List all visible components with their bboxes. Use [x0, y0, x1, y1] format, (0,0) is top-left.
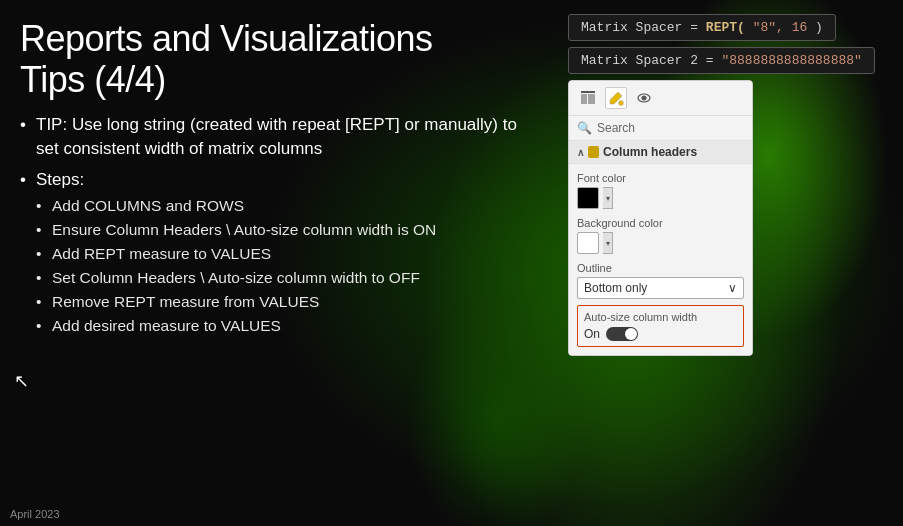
step-5: Remove REPT measure from VALUES [36, 292, 536, 313]
font-color-label: Font color [577, 172, 744, 184]
paint-icon[interactable] [605, 87, 627, 109]
svg-point-5 [642, 96, 646, 100]
formula1-func: REPT( [706, 20, 745, 35]
bullet-tip: TIP: Use long string (created with repea… [20, 113, 536, 161]
bg-color-dropdown[interactable]: ▾ [603, 232, 613, 254]
search-icon: 🔍 [577, 121, 592, 135]
font-color-dropdown[interactable]: ▾ [603, 187, 613, 209]
step-3: Add REPT measure to VALUES [36, 244, 536, 265]
step-6: Add desired measure to VALUES [36, 316, 536, 337]
pbi-panel-body: Font color ▾ Background color ▾ Outline … [569, 164, 752, 355]
bullet-tip-text: TIP: Use long string (created with repea… [36, 115, 517, 158]
bullet-steps: Steps: Add COLUMNS and ROWS Ensure Colum… [20, 168, 536, 336]
step-1: Add COLUMNS and ROWS [36, 196, 536, 217]
steps-label: Steps: [36, 170, 84, 189]
outline-chevron-icon: ∨ [728, 281, 737, 295]
main-title: Reports and Visualizations Tips (4/4) [20, 18, 536, 101]
outline-dropdown[interactable]: Bottom only ∨ [577, 277, 744, 299]
chevron-icon: ∧ [577, 147, 584, 158]
step-4: Set Column Headers \ Auto-size column wi… [36, 268, 536, 289]
main-bullets: TIP: Use long string (created with repea… [20, 113, 536, 337]
font-color-swatch[interactable]: ▾ [577, 187, 744, 209]
svg-rect-0 [581, 91, 595, 93]
section-badge [588, 146, 599, 158]
svg-point-3 [619, 101, 624, 106]
formula1-label: Matrix Spacer = [581, 20, 706, 35]
pbi-search-bar[interactable]: 🔍 Search [569, 116, 752, 141]
autosize-section: Auto-size column width On [577, 305, 744, 347]
toggle-row[interactable]: On [584, 327, 737, 341]
font-color-box[interactable] [577, 187, 599, 209]
formula1-arg: "8", 16 [745, 20, 815, 35]
autosize-label: Auto-size column width [584, 311, 737, 323]
right-panel: Matrix Spacer = REPT( "8", 16 ) Matrix S… [560, 0, 903, 526]
title-line1: Reports and Visualizations [20, 18, 433, 59]
formula-box-1: Matrix Spacer = REPT( "8", 16 ) [568, 14, 836, 41]
bg-color-swatch[interactable]: ▾ [577, 232, 744, 254]
formula2-label: Matrix Spacer 2 = [581, 53, 721, 68]
toggle-on-label: On [584, 327, 600, 341]
bg-color-label: Background color [577, 217, 744, 229]
outline-value: Bottom only [584, 281, 647, 295]
eye-icon[interactable] [633, 87, 655, 109]
outline-label: Outline [577, 262, 744, 274]
section-column-headers[interactable]: ∧ Column headers [569, 141, 752, 164]
search-label: Search [597, 121, 635, 135]
formula-box-2: Matrix Spacer 2 = "8888888888888888" [568, 47, 875, 74]
slide-number: April 2023 [10, 508, 60, 520]
pbi-panel: 🔍 Search ∧ Column headers Font color ▾ B… [568, 80, 753, 356]
bg-color-box[interactable] [577, 232, 599, 254]
table-icon[interactable] [577, 87, 599, 109]
step-2: Ensure Column Headers \ Auto-size column… [36, 220, 536, 241]
section-label: Column headers [603, 145, 697, 159]
pbi-toolbar [569, 81, 752, 116]
title-line2: Tips (4/4) [20, 59, 166, 100]
left-panel: Reports and Visualizations Tips (4/4) TI… [0, 0, 560, 526]
svg-rect-1 [581, 94, 587, 104]
toggle-track[interactable] [606, 327, 638, 341]
steps-list: Add COLUMNS and ROWS Ensure Column Heade… [36, 196, 536, 337]
formula1-close: ) [815, 20, 823, 35]
outline-section: Outline Bottom only ∨ [577, 262, 744, 299]
svg-rect-2 [588, 94, 595, 104]
formula2-value: "8888888888888888" [721, 53, 861, 68]
cursor-arrow: ↖ [14, 370, 29, 392]
toggle-thumb [625, 328, 637, 340]
